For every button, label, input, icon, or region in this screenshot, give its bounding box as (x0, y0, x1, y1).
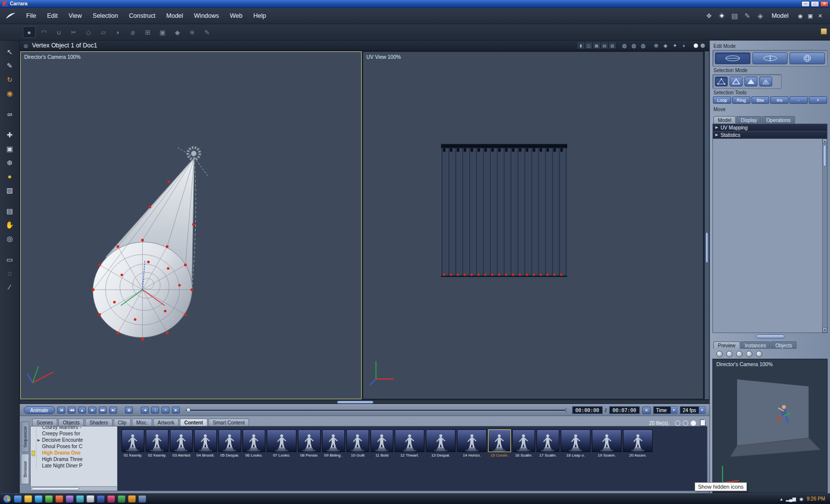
tree-item[interactable]: Creepy Poses for (31, 430, 117, 437)
content-folder-tree[interactable]: Courtly Manners - Creepy Poses for ▶Deci… (31, 426, 118, 491)
scroll-up-icon[interactable]: ▲ (823, 139, 827, 144)
uv-view-viewport[interactable]: UV View 100% (363, 51, 704, 399)
tab-content[interactable]: Content (180, 419, 208, 426)
pointer-tool[interactable]: ↖ (4, 46, 16, 57)
window-titlebar[interactable]: Carrara ─ □ ✕ (0, 0, 830, 8)
chevron-down-icon[interactable]: ▾ (699, 407, 705, 414)
sphere-primitive-button[interactable]: ● (23, 26, 36, 38)
preview-pan-button[interactable] (726, 351, 733, 357)
move-tool[interactable]: ✚ (4, 129, 16, 140)
delete-keyframe-button[interactable]: ✕ (162, 407, 169, 414)
taskbar-app-icon[interactable] (66, 495, 74, 503)
tree-item[interactable]: Ghoul Poses for C (31, 443, 117, 450)
scrollbar-thumb[interactable] (823, 145, 827, 167)
browser-tab[interactable]: Browser (21, 454, 29, 484)
tree-item[interactable]: ▶Decisive Encounte (31, 437, 117, 443)
eye-icon[interactable]: ◉ (795, 13, 805, 19)
draw-tool[interactable]: ✎ (4, 60, 16, 71)
layout-quad-button[interactable]: ▦ (593, 42, 600, 48)
shell-tool[interactable]: ◉ (4, 88, 16, 99)
tab-misc[interactable]: Misc. (132, 419, 152, 426)
scroll-down-icon[interactable]: ▼ (823, 328, 827, 333)
loop-toggle-button[interactable]: ▦ (125, 407, 133, 414)
scale-tool[interactable]: ▣ (4, 143, 16, 154)
drag-grip[interactable] (756, 335, 785, 338)
menu-item-edit[interactable]: Edit (42, 12, 63, 19)
layout-single-button[interactable]: ▮ (578, 42, 584, 48)
axis-tool[interactable]: ⊕ (4, 157, 16, 168)
section-statistics[interactable]: ▶ Statistics (713, 131, 827, 139)
content-thumbnail[interactable]: 01 Keenly. (122, 429, 144, 458)
section-uv-mapping[interactable]: ▶ UV Mapping (713, 124, 827, 131)
edge-selection-button[interactable] (730, 77, 743, 86)
extrude-tool-button[interactable]: ⊞ (141, 26, 154, 38)
taskbar-app-icon[interactable] (128, 495, 136, 503)
frame-view-icon[interactable]: ✦ (671, 42, 679, 49)
menu-item-selection[interactable]: Selection (87, 12, 124, 19)
polygon-tool-button[interactable]: ◇ (82, 26, 95, 38)
play-button[interactable]: ▶ (88, 407, 96, 414)
face-selection-button[interactable] (745, 77, 757, 86)
fast-forward-button[interactable]: ▶▶ (99, 407, 107, 414)
maximize-button[interactable]: □ (811, 1, 819, 7)
volume-icon[interactable]: ◉ (799, 497, 803, 502)
rotate-tool[interactable]: ↻ (4, 74, 16, 85)
lasso-tool[interactable]: ◌ (4, 268, 16, 279)
content-thumbnail[interactable]: 09 Biding . (322, 429, 345, 458)
close-panel-icon[interactable]: ✕ (815, 13, 825, 19)
tree-horizontal-scrollbar[interactable] (31, 486, 117, 491)
large-view-button[interactable] (691, 420, 696, 426)
viewport-horizontal-scrollbar[interactable] (20, 400, 709, 404)
edit-mode-grid-button[interactable] (789, 52, 825, 64)
tab-scenes[interactable]: Scenes (32, 419, 57, 426)
tree-item[interactable]: Late Night Diner P (31, 462, 117, 469)
rewind-button[interactable]: ◀◀ (68, 407, 76, 414)
menu-item-help[interactable]: Help (248, 12, 272, 19)
render-mode-gray-button[interactable] (700, 43, 706, 48)
stop-button[interactable]: ■ (78, 407, 86, 414)
panel-split-handle[interactable] (712, 333, 828, 339)
tab-artwork[interactable]: Artwork (153, 419, 179, 426)
globe-wire-icon[interactable]: ◍ (630, 42, 638, 49)
expand-arrow-icon[interactable]: ▶ (37, 438, 41, 442)
add-keyframe-button[interactable]: ▯ (151, 407, 159, 414)
scene-preview-canvas[interactable] (713, 359, 827, 493)
ring-select-button[interactable]: Ring (732, 96, 750, 104)
render-mode-white-button[interactable] (693, 43, 699, 48)
globe-view-icon[interactable]: ◍ (621, 42, 628, 49)
model-room-icon[interactable]: ✦ (715, 12, 728, 20)
texture-room-icon[interactable]: ◈ (754, 12, 767, 20)
taskbar-app-icon[interactable] (107, 495, 115, 503)
content-thumbnail[interactable]: 14 Horizo. (457, 429, 487, 458)
show-hidden-icons-button[interactable]: ▴ (780, 497, 783, 502)
layout-grid-button[interactable]: ▤ (601, 42, 608, 48)
preview-camera-button[interactable] (746, 351, 752, 357)
curve-tool-button[interactable]: ◠ (38, 26, 50, 38)
tab-operations[interactable]: Operations (762, 116, 795, 124)
content-thumbnail[interactable]: 04 Broodi. (194, 429, 217, 458)
content-thumbnail[interactable]: 20 Ascen. (623, 429, 653, 458)
edit-mode-axis-button[interactable] (752, 52, 788, 64)
menu-item-file[interactable]: File (21, 12, 42, 19)
document-icon[interactable]: ◎ (24, 43, 28, 48)
invert-select-button[interactable]: Inv (770, 96, 788, 104)
content-thumbnail[interactable]: 07 Looko. (267, 429, 296, 458)
tab-objects[interactable]: Objects (771, 341, 796, 349)
tab-smart-content[interactable]: Smart Content (208, 419, 249, 426)
go-end-button[interactable]: ▶| (109, 407, 117, 414)
spray-tool-button[interactable]: ※ (186, 26, 199, 38)
preview-light-button[interactable] (756, 351, 762, 357)
content-thumbnail[interactable]: 13 Despai. (426, 429, 456, 458)
clear-time-button[interactable]: ✕ (642, 407, 651, 414)
camera-tool[interactable]: ▤ (4, 206, 16, 216)
go-start-button[interactable]: |◀ (57, 407, 65, 414)
reset-view-icon[interactable]: ⊕ (652, 42, 660, 49)
tab-instances[interactable]: Instances (741, 341, 771, 349)
content-thumbnail[interactable]: 19 Soarin. (592, 429, 622, 458)
preview-rotate-button[interactable] (716, 351, 723, 357)
scrollbar-thumb[interactable] (337, 401, 374, 404)
end-time-field[interactable]: 00:07:00 (609, 406, 640, 414)
taskbar-app-icon[interactable] (45, 495, 53, 503)
menu-item-windows[interactable]: Windows (189, 12, 225, 19)
animate-room-icon[interactable]: ✎ (741, 12, 754, 20)
